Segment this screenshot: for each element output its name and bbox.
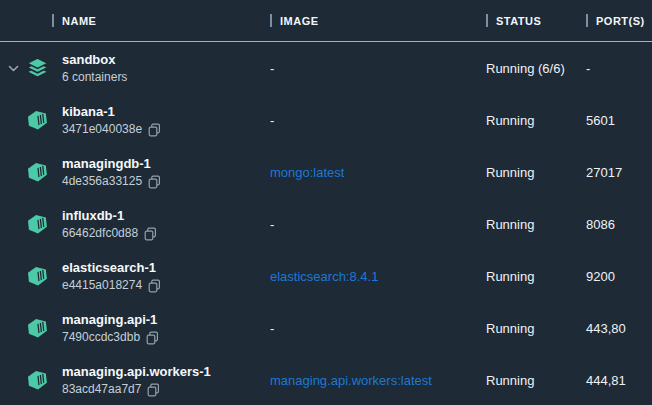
container-icon [26, 162, 49, 183]
row-status: Running [486, 217, 586, 232]
row-ports: 444,81 [586, 373, 652, 388]
row-status: Running (6/6) [486, 61, 586, 76]
row-name[interactable]: elasticsearch-1 [62, 259, 270, 276]
row-sub: 6 containers [62, 70, 127, 85]
row-status: Running [486, 113, 586, 128]
row-sub: 66462dfc0d88 [62, 226, 138, 241]
column-header-ports: PORT(S) [586, 14, 652, 27]
table-row[interactable]: sandbox 6 containers - Running (6/6) - [0, 42, 652, 94]
row-sub: 4de356a33125 [62, 174, 142, 189]
row-image: - [270, 113, 486, 128]
copy-icon[interactable] [148, 279, 161, 293]
stack-icon [26, 57, 49, 79]
row-ports: 9200 [586, 269, 652, 284]
row-sub: 83acd47aa7d7 [62, 382, 141, 397]
container-icon [26, 370, 49, 391]
column-header-status-label: STATUS [496, 15, 541, 27]
containers-list: sandbox 6 containers - Running (6/6) - [0, 42, 652, 405]
row-ports: - [586, 61, 652, 76]
table-row[interactable]: elasticsearch-1 e4415a018274 elasticsear… [0, 250, 652, 302]
table-row[interactable]: managingdb-1 4de356a33125 mongo:latest R… [0, 146, 652, 198]
container-icon [26, 110, 49, 131]
row-ports: 27017 [586, 165, 652, 180]
table-row[interactable]: managing.api-1 7490ccdc3dbb - Running 44… [0, 302, 652, 354]
container-icon [26, 266, 49, 287]
container-icon [26, 318, 49, 339]
containers-table: NAME IMAGE STATUS PORT(S) [0, 0, 652, 405]
row-image: - [270, 321, 486, 336]
row-ports: 443,80 [586, 321, 652, 336]
table-header: NAME IMAGE STATUS PORT(S) [0, 0, 652, 42]
row-image: - [270, 61, 486, 76]
chevron-down-icon[interactable] [8, 65, 19, 72]
copy-icon[interactable] [146, 331, 159, 345]
row-image[interactable]: elasticsearch:8.4.1 [270, 269, 486, 284]
column-header-ports-label: PORT(S) [596, 15, 645, 27]
copy-icon[interactable] [144, 227, 157, 241]
row-image[interactable]: managing.api.workers:latest [270, 373, 486, 388]
row-status: Running [486, 269, 586, 284]
row-ports: 5601 [586, 113, 652, 128]
row-status: Running [486, 373, 586, 388]
row-sub: 7490ccdc3dbb [62, 330, 140, 345]
column-divider [586, 14, 588, 27]
row-status: Running [486, 321, 586, 336]
table-row[interactable]: managing.api.workers-1 83acd47aa7d7 mana… [0, 354, 652, 405]
container-icon [26, 214, 49, 235]
row-sub: 3471e040038e [62, 122, 142, 137]
table-row[interactable]: kibana-1 3471e040038e - Running 5601 [0, 94, 652, 146]
column-divider [486, 14, 488, 27]
row-image[interactable]: mongo:latest [270, 165, 486, 180]
row-name[interactable]: influxdb-1 [62, 207, 270, 224]
table-row[interactable]: influxdb-1 66462dfc0d88 - Running 8086 [0, 198, 652, 250]
row-name[interactable]: managingdb-1 [62, 155, 270, 172]
column-header-name-label: NAME [62, 15, 96, 27]
column-header-status: STATUS [486, 14, 586, 27]
column-header-image: IMAGE [270, 14, 486, 27]
column-divider [52, 14, 54, 27]
row-name[interactable]: managing.api-1 [62, 311, 270, 328]
copy-icon[interactable] [148, 175, 161, 189]
row-name[interactable]: kibana-1 [62, 103, 270, 120]
column-header-image-label: IMAGE [280, 15, 319, 27]
column-header-name: NAME [52, 14, 270, 27]
column-divider [270, 14, 272, 27]
row-name[interactable]: sandbox [62, 51, 270, 68]
copy-icon[interactable] [148, 123, 161, 137]
row-sub: e4415a018274 [62, 278, 142, 293]
row-image: - [270, 217, 486, 232]
row-ports: 8086 [586, 217, 652, 232]
copy-icon[interactable] [147, 383, 160, 397]
row-status: Running [486, 165, 586, 180]
row-name[interactable]: managing.api.workers-1 [62, 363, 270, 380]
